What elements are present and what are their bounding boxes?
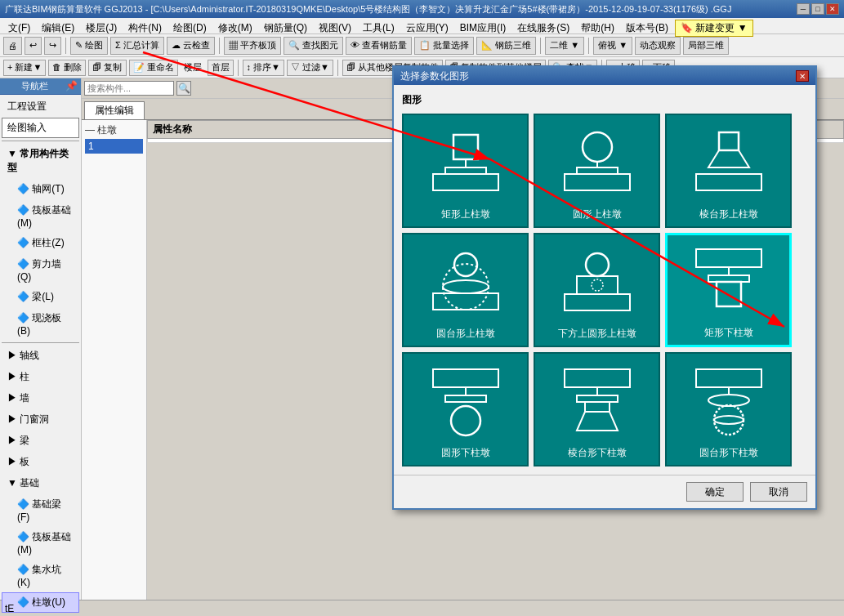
shape-rect-top-icon — [425, 123, 507, 204]
confirm-button[interactable]: 确定 — [686, 482, 744, 502]
svg-rect-4 — [445, 167, 486, 174]
menu-cloud-app[interactable]: 云应用(Y) — [401, 20, 453, 36]
svg-rect-36 — [696, 369, 761, 387]
nav-foundation-group[interactable]: ▼ 基础 — [2, 473, 79, 493]
shape-cone-bottom-icon — [688, 361, 770, 443]
shape-rect-top[interactable]: 矩形上柱墩 — [402, 114, 529, 228]
nav-shear-wall[interactable]: 🔷 剪力墙(Q) — [2, 254, 79, 286]
local-3d-button[interactable]: 局部三维 — [683, 37, 729, 55]
nav-column-group[interactable]: ▶ 柱 — [2, 367, 79, 387]
nav-sump[interactable]: 🔷 集水坑(K) — [2, 560, 79, 591]
modal-select-shape[interactable]: 选择参数化图形 ✕ 图形 矩形上柱墩 — [392, 65, 817, 510]
menu-new-change[interactable]: 🔖 新建变更 ▼ — [675, 20, 753, 37]
menu-help[interactable]: 帮助(H) — [576, 20, 619, 36]
menu-online[interactable]: 在线服务(S) — [512, 20, 574, 36]
nav-cast-slab[interactable]: 🔷 现浇板(B) — [2, 308, 79, 340]
component-item-1[interactable]: 1 — [85, 139, 143, 154]
status-text: tE — [5, 603, 14, 614]
menu-file[interactable]: 文(F) — [3, 20, 35, 36]
menu-component[interactable]: 构件(N) — [123, 20, 167, 36]
shape-pyramid-bottom[interactable]: 棱台形下柱墩 — [534, 352, 660, 466]
menu-view[interactable]: 视图(V) — [314, 20, 356, 36]
menu-rebar-qty[interactable]: 钢筋量(Q) — [259, 20, 312, 36]
perspective-button[interactable]: 俯视 ▼ — [593, 37, 632, 55]
svg-rect-6 — [433, 174, 498, 190]
2d-view-button[interactable]: 二维 ▼ — [545, 37, 584, 55]
nav-panel-title: 导航栏 📌 — [0, 78, 81, 95]
shape-pyramid-top-icon — [688, 123, 770, 204]
menu-floor[interactable]: 楼层(J) — [81, 20, 122, 36]
nav-pin-button[interactable]: 📌 — [65, 80, 78, 92]
cloud-check-button[interactable]: ☁ 云检查 — [167, 37, 215, 55]
sep3 — [540, 38, 541, 54]
view-rebar-button[interactable]: 👁 查看钢筋量 — [346, 37, 412, 55]
search-input[interactable] — [84, 81, 174, 96]
close-button[interactable]: ✕ — [826, 3, 839, 15]
rename-button[interactable]: 📝 重命名 — [129, 60, 178, 76]
menu-draw[interactable]: 绘图(D) — [168, 20, 212, 36]
search-button[interactable]: 🔍 — [176, 81, 191, 96]
layer-select[interactable]: 首层 — [208, 60, 234, 76]
delete-button[interactable]: 🗑 删除 — [48, 60, 86, 76]
menu-modify[interactable]: 修改(M) — [213, 20, 257, 36]
tab-attribute-edit[interactable]: 属性编辑 — [84, 101, 145, 119]
shape-rect-bottom[interactable]: 矩形下柱墩 — [665, 233, 792, 347]
shape-pyramid-bottom-icon — [556, 361, 638, 443]
nav-beam-group[interactable]: ▶ 梁 — [2, 431, 79, 451]
shape-rect-circle-top[interactable]: 下方上圆形上柱墩 — [534, 233, 660, 347]
nav-raft-found[interactable]: 🔷 筏板基础(M) — [2, 200, 79, 232]
modal-body: 图形 矩形上柱墩 — [394, 85, 815, 475]
nav-draw-input[interactable]: 绘图输入 — [2, 118, 79, 138]
svg-point-40 — [714, 416, 744, 424]
modal-close-button[interactable]: ✕ — [796, 70, 809, 82]
nav-frame-col[interactable]: 🔷 框柱(Z) — [2, 233, 79, 253]
shape-cone-top[interactable]: 圆台形上柱墩 — [402, 233, 529, 347]
nav-wall-group[interactable]: ▶ 墙 — [2, 388, 79, 408]
copy-button[interactable]: 🗐 复制 — [88, 60, 126, 76]
nav-found-beam[interactable]: 🔷 基础梁(F) — [2, 494, 79, 526]
maximize-button[interactable]: □ — [811, 3, 824, 15]
nav-project-settings[interactable]: 工程设置 — [2, 96, 79, 117]
sep4 — [588, 38, 589, 54]
shape-pyramid-top[interactable]: 棱台形上柱墩 — [665, 114, 792, 228]
nav-beam[interactable]: 🔷 梁(L) — [2, 287, 79, 307]
filter-button[interactable]: ▽ 过滤▼ — [287, 60, 333, 76]
redo-button[interactable]: ↪ — [44, 37, 61, 55]
undo-button[interactable]: ↩ — [25, 37, 42, 55]
nav-axis[interactable]: 🔷 轴网(T) — [2, 179, 79, 199]
shape-circle-top-icon — [556, 123, 638, 204]
shape-pyramid-top-label: 棱台形上柱墩 — [699, 208, 758, 221]
nav-axisline-group[interactable]: ▶ 轴线 — [2, 346, 79, 366]
nav-common-types[interactable]: ▼ 常用构件类型 — [2, 144, 79, 178]
level-slab-button[interactable]: ▦ 平齐板顶 — [224, 37, 281, 55]
menu-edit[interactable]: 编辑(E) — [37, 20, 79, 36]
shape-cone-bottom[interactable]: 圆台形下柱墩 — [665, 352, 792, 466]
svg-rect-29 — [445, 395, 486, 402]
minimize-button[interactable]: ─ — [797, 3, 810, 15]
dynamic-view-button[interactable]: 动态观察 — [635, 37, 681, 55]
shape-circle-bottom[interactable]: 圆形下柱墩 — [402, 352, 529, 466]
svg-point-19 — [586, 253, 609, 276]
menu-version[interactable]: 版本号(B) — [621, 20, 673, 36]
calc-button[interactable]: Σ 汇总计算 — [110, 37, 164, 55]
new-component-button[interactable]: + 新建▼ — [3, 60, 46, 76]
shape-rect-bottom-label: 矩形下柱墩 — [704, 326, 753, 340]
nav-raft[interactable]: 🔷 筏板基础(M) — [2, 527, 79, 559]
cancel-button[interactable]: 取消 — [750, 482, 807, 502]
print-button[interactable]: 🖨 — [3, 37, 22, 55]
nav-slab-group[interactable]: ▶ 板 — [2, 452, 79, 472]
sep6 — [337, 60, 338, 76]
menu-bim[interactable]: BIM应用(I) — [455, 20, 511, 36]
shape-circle-top[interactable]: 圆形上柱墩 — [534, 114, 660, 228]
batch-select-button[interactable]: 📋 批量选择 — [414, 37, 474, 55]
find-element-button[interactable]: 🔍 查找图元 — [284, 37, 343, 55]
rebar-3d-button[interactable]: 📐 钢筋三维 — [476, 37, 536, 55]
svg-marker-12 — [708, 150, 749, 167]
svg-rect-10 — [565, 174, 630, 190]
toolbar-main: 🖨 ↩ ↪ ✎ 绘图 Σ 汇总计算 ☁ 云检查 ▦ 平齐板顶 🔍 查找图元 👁 … — [0, 34, 844, 57]
shape-pyramid-bottom-label: 棱台形下柱墩 — [568, 446, 627, 460]
nav-opening-group[interactable]: ▶ 门窗洞 — [2, 409, 79, 430]
draw-button[interactable]: ✎ 绘图 — [70, 37, 108, 55]
menu-tools[interactable]: 工具(L) — [358, 20, 400, 36]
sort-button[interactable]: ↕ 排序▼ — [243, 60, 284, 76]
